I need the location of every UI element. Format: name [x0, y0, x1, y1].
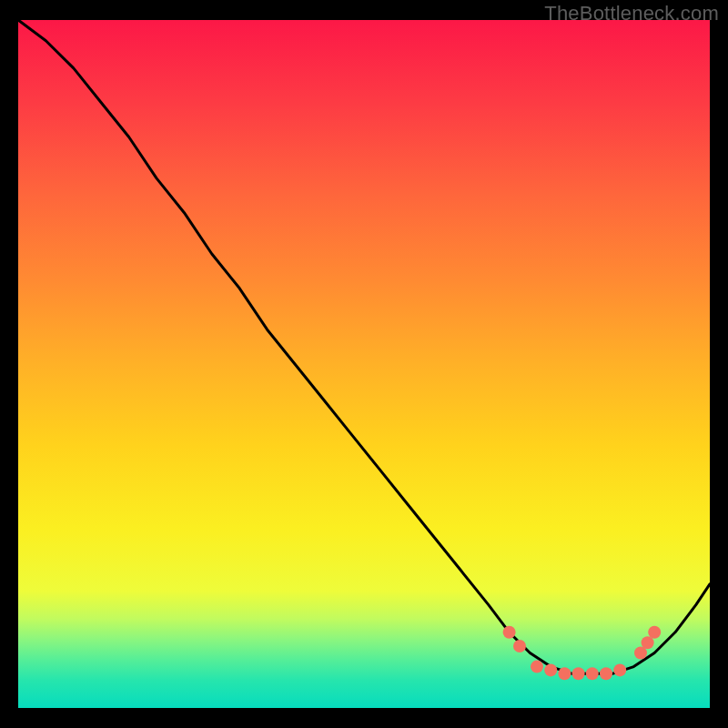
highlight-dot — [544, 663, 557, 676]
highlight-dot — [642, 636, 654, 649]
highlight-dot — [531, 661, 543, 673]
highlight-dot — [613, 663, 626, 676]
highlight-dot — [513, 640, 526, 652]
highlight-dot — [586, 667, 599, 680]
bottleneck-curve — [18, 20, 710, 673]
chart-frame: TheBottleneck.com — [0, 0, 728, 728]
highlight-dot — [600, 667, 612, 680]
highlight-dot — [648, 626, 661, 639]
chart-svg — [18, 20, 710, 708]
highlight-dots — [503, 626, 662, 680]
highlight-dot — [558, 667, 571, 680]
highlight-dot — [503, 626, 516, 639]
highlight-dot — [572, 667, 585, 680]
